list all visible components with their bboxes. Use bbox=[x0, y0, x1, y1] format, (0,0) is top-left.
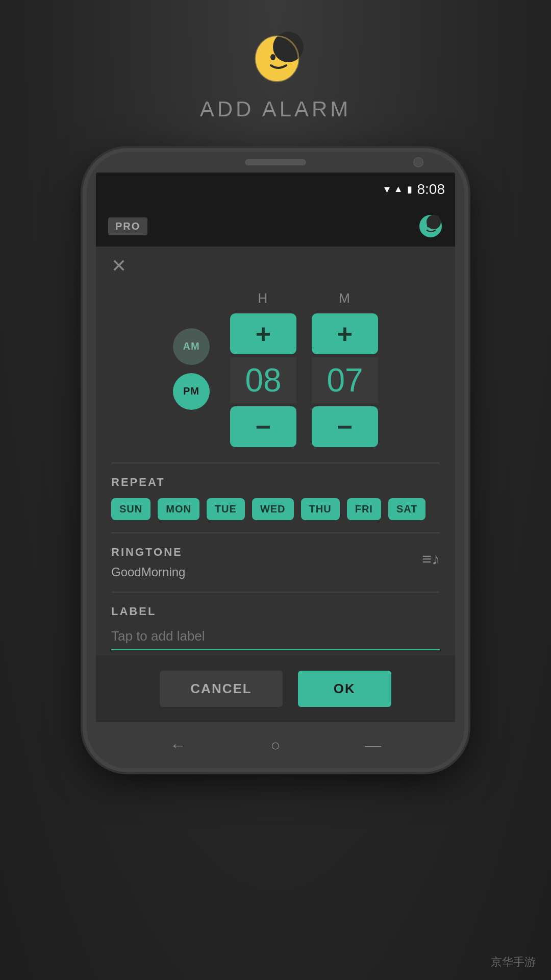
pro-badge: PRO bbox=[108, 217, 147, 235]
minutes-label: M bbox=[339, 290, 351, 306]
svg-point-3 bbox=[282, 54, 287, 60]
day-mon[interactable]: MON bbox=[158, 498, 199, 520]
app-header-bar: PRO bbox=[96, 206, 455, 247]
wifi-icon: ▾ bbox=[384, 183, 390, 196]
pm-button[interactable]: PM bbox=[173, 373, 210, 410]
minutes-decrement-button[interactable]: − bbox=[312, 406, 378, 447]
repeat-section: REPEAT SUN MON TUE WED THU FRI SAT bbox=[96, 463, 455, 532]
day-sat[interactable]: SAT bbox=[388, 498, 426, 520]
close-button[interactable]: ✕ bbox=[111, 257, 127, 275]
svg-point-8 bbox=[432, 224, 435, 228]
phone-screen: ▾ ▲ ▮ 8:08 PRO ✕ bbox=[96, 173, 455, 722]
ringtone-section[interactable]: RINGTONE GoodMorning ≡♪ bbox=[96, 533, 455, 592]
top-section: ADD ALARM bbox=[200, 31, 352, 152]
hours-label: H bbox=[258, 290, 269, 306]
battery-icon: ▮ bbox=[407, 184, 412, 195]
back-button[interactable]: ← bbox=[170, 736, 186, 755]
am-button[interactable]: AM bbox=[173, 328, 210, 365]
recent-button[interactable]: — bbox=[365, 736, 381, 755]
time-picker-section: AM PM H + 08 − M + 07 − bbox=[96, 280, 455, 462]
day-fri[interactable]: FRI bbox=[347, 498, 381, 520]
hours-increment-button[interactable]: + bbox=[230, 313, 296, 354]
status-time: 8:08 bbox=[417, 181, 445, 198]
am-pm-column: AM PM bbox=[173, 328, 210, 410]
close-row: ✕ bbox=[96, 247, 455, 280]
watermark: 京华手游 bbox=[491, 954, 536, 970]
app-title: ADD ALARM bbox=[200, 97, 352, 121]
minutes-value: 07 bbox=[312, 357, 378, 403]
hours-decrement-button[interactable]: − bbox=[230, 406, 296, 447]
phone-speaker bbox=[245, 159, 306, 165]
ringtone-content: RINGTONE GoodMorning bbox=[111, 546, 422, 579]
phone-bottom-bar: ← ○ — bbox=[87, 722, 464, 768]
phone-frame: ▾ ▲ ▮ 8:08 PRO ✕ bbox=[87, 152, 464, 768]
svg-point-7 bbox=[427, 224, 430, 228]
minutes-spinner: M + 07 − bbox=[312, 290, 378, 447]
cancel-button[interactable]: CANCEL bbox=[160, 671, 282, 707]
label-title: LABEL bbox=[111, 605, 440, 618]
moon-logo-icon bbox=[247, 31, 304, 87]
phone-camera bbox=[413, 157, 423, 167]
ringtone-icon: ≡♪ bbox=[422, 550, 440, 569]
ringtone-value: GoodMorning bbox=[111, 565, 422, 579]
label-input[interactable] bbox=[111, 624, 440, 650]
status-icons: ▾ ▲ ▮ bbox=[384, 183, 412, 196]
hours-spinner: H + 08 − bbox=[230, 290, 296, 447]
status-bar: ▾ ▲ ▮ 8:08 bbox=[96, 173, 455, 206]
label-section: LABEL bbox=[96, 593, 455, 655]
header-moon-icon bbox=[418, 214, 443, 238]
repeat-label: REPEAT bbox=[111, 476, 440, 489]
hours-value: 08 bbox=[230, 357, 296, 403]
days-row: SUN MON TUE WED THU FRI SAT bbox=[111, 498, 440, 520]
ok-button[interactable]: OK bbox=[298, 671, 391, 707]
ringtone-label: RINGTONE bbox=[111, 546, 422, 559]
day-sun[interactable]: SUN bbox=[111, 498, 151, 520]
signal-icon: ▲ bbox=[394, 184, 403, 194]
day-tue[interactable]: TUE bbox=[207, 498, 245, 520]
action-buttons: CANCEL OK bbox=[96, 655, 455, 722]
svg-point-2 bbox=[270, 54, 276, 60]
label-input-wrapper bbox=[111, 624, 440, 650]
day-thu[interactable]: THU bbox=[301, 498, 340, 520]
phone-top-bar bbox=[87, 152, 464, 173]
home-button[interactable]: ○ bbox=[270, 736, 280, 755]
day-wed[interactable]: WED bbox=[252, 498, 294, 520]
dialog-area: ✕ AM PM H + 08 − M + bbox=[96, 247, 455, 722]
minutes-increment-button[interactable]: + bbox=[312, 313, 378, 354]
